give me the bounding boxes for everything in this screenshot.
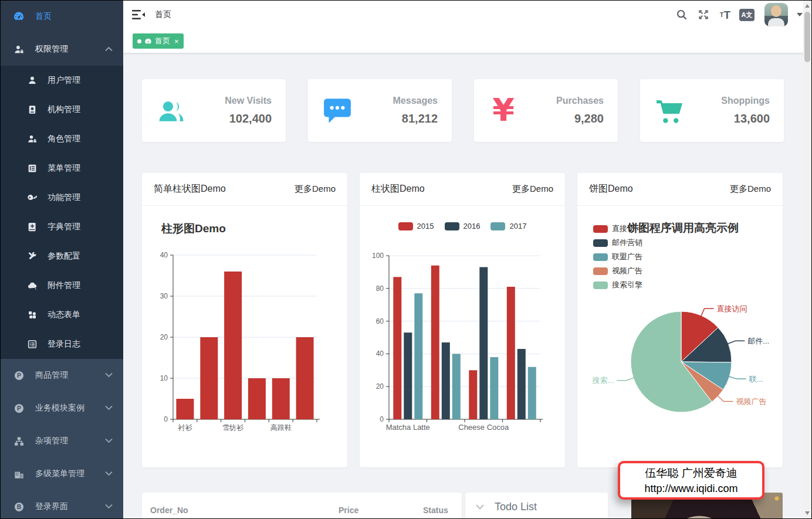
chevron-down-icon[interactable] (476, 504, 484, 510)
b-circle-icon: B (13, 501, 25, 513)
chevron-down-icon (105, 471, 113, 477)
sidebar-item-7[interactable]: 参数配置 (0, 242, 123, 271)
menu-list-icon (26, 162, 38, 174)
scrollbar-thumb[interactable] (804, 12, 810, 62)
svg-text:100: 100 (372, 252, 384, 260)
stat-card-shoppings[interactable]: Shoppings13,600 (640, 79, 784, 142)
orders-table-card: Order_NoPriceStatus (142, 493, 462, 519)
sidebar-item-3[interactable]: 角色管理 (0, 124, 123, 154)
more-demo-link[interactable]: 更多Demo (295, 184, 336, 195)
legend-item-2015[interactable]: 2015 (398, 222, 434, 230)
people-icon (156, 96, 187, 126)
user-menu-caret-icon[interactable] (797, 13, 803, 16)
bar-chart-simple: 010203040衬衫雪纺衫高跟鞋 (142, 246, 347, 449)
bar-chart-grouped: 020406080100Matcha LatteCheese Cocoa (360, 246, 565, 449)
tooltip-url: http://www.iqidi.com (644, 483, 737, 495)
sidebar-item-home[interactable]: 首页 (0, 0, 123, 33)
org-icon (26, 104, 38, 116)
stat-label: Shoppings (721, 96, 770, 106)
legend-label: 2016 (463, 222, 481, 230)
sidebar-item-1[interactable]: 用户管理 (0, 66, 123, 95)
p-circle-icon: P (13, 402, 25, 414)
sidebar-menu: 首页权限管理用户管理机构管理角色管理菜单管理功能管理字典管理参数配置附件管理动态… (0, 0, 123, 519)
svg-text:联...: 联... (749, 375, 763, 384)
svg-text:衬衫: 衬衫 (177, 423, 192, 432)
todo-header: Todo List (465, 493, 608, 513)
sidebar-group-label: 权限管理 (35, 44, 68, 55)
legend-swatch (398, 222, 413, 230)
stat-card-new-visits[interactable]: New Visits102,400 (142, 79, 286, 142)
bar-chart-title: 柱形图Demo (161, 221, 226, 236)
more-demo-link[interactable]: 更多Demo (512, 184, 553, 195)
sidebar-group-label: 业务模块案例 (35, 403, 84, 413)
svg-text:搜索...: 搜索... (591, 376, 614, 385)
language-icon[interactable]: A文 (739, 9, 755, 21)
sidebar-group-1[interactable]: 权限管理 (0, 33, 123, 66)
sidebar-group-4[interactable]: 杂项管理 (0, 425, 123, 457)
sidebar-group-2[interactable]: P商品管理 (0, 359, 123, 392)
svg-text:40: 40 (160, 251, 168, 259)
sidebar-group-label: 杂项管理 (35, 436, 68, 446)
sidebar-group-3[interactable]: P业务模块案例 (0, 392, 123, 425)
p-circle-icon: P (13, 369, 25, 381)
sidebar-item-9[interactable]: 动态表单 (0, 300, 123, 330)
sidebar-toggle-icon[interactable] (131, 9, 146, 21)
sidebar-item-10[interactable]: 登录日志 (0, 330, 123, 359)
sitemap-icon (13, 435, 25, 447)
scrollbar[interactable] (803, 1, 811, 518)
todo-title: Todo List (495, 501, 537, 513)
dict-book-icon (26, 221, 38, 233)
stat-label: New Visits (225, 96, 272, 106)
search-icon[interactable] (674, 7, 689, 22)
sidebar-group-label: 商品管理 (35, 370, 68, 381)
top-navbar: 首页 TT A文 (123, 0, 812, 29)
svg-text:高跟鞋: 高跟鞋 (270, 423, 292, 432)
simple-bar-card: 简单柱状图Demo 更多Demo 柱形图Demo 010203040衬衫雪纺衫高… (142, 173, 347, 467)
svg-text:视频广告: 视频广告 (736, 397, 766, 406)
column-header-status: Status (423, 506, 448, 515)
stats-row: New Visits102,400Messages81,212¥Purchase… (142, 79, 812, 142)
active-dot-icon (137, 39, 141, 43)
svg-text:Cheese Cocoa: Cheese Cocoa (458, 423, 509, 432)
svg-text:P: P (17, 405, 21, 412)
svg-text:20: 20 (376, 382, 384, 391)
scroll-up-arrow-icon[interactable] (805, 4, 810, 8)
tag-home[interactable]: 首页 × (133, 33, 184, 49)
legend-item-2017[interactable]: 2017 (490, 222, 526, 230)
more-demo-link[interactable]: 更多Demo (730, 184, 771, 195)
svg-text:80: 80 (376, 284, 384, 293)
tag-label: 首页 (155, 36, 170, 46)
stat-card-messages[interactable]: Messages81,212 (308, 79, 452, 142)
sidebar-item-2[interactable]: 机构管理 (0, 95, 123, 124)
card-title: 饼图Demo (589, 183, 633, 195)
card-header: 简单柱状图Demo 更多Demo (142, 173, 347, 206)
sidebar-group-5[interactable]: 多级菜单管理 (0, 457, 123, 490)
svg-text:雪纺衫: 雪纺衫 (222, 423, 243, 432)
sidebar-item-5[interactable]: 功能管理 (0, 183, 123, 212)
dashboard-icon (13, 11, 25, 22)
legend-swatch (445, 222, 459, 230)
sidebar-item-label: 用户管理 (48, 75, 80, 86)
user-avatar[interactable] (764, 3, 788, 26)
sidebar-item-8[interactable]: 附件管理 (0, 271, 123, 300)
scroll-down-arrow-icon[interactable] (805, 511, 810, 515)
fullscreen-icon[interactable] (696, 7, 711, 22)
legend-item-2016[interactable]: 2016 (445, 222, 481, 230)
sidebar-item-6[interactable]: 字典管理 (0, 212, 123, 242)
font-size-icon[interactable]: TT (718, 7, 733, 22)
close-icon[interactable]: × (174, 38, 179, 45)
stat-value: 9,280 (556, 112, 604, 125)
sidebar-item-4[interactable]: 菜单管理 (0, 154, 123, 183)
message-icon (322, 96, 353, 126)
pie-chart-title: 饼图程序调用高亮示例 (627, 221, 739, 236)
legend-swatch (593, 239, 608, 247)
sidebar-item-label: 登录日志 (48, 339, 80, 350)
svg-text:Matcha Latte: Matcha Latte (386, 423, 430, 432)
sidebar-group-6[interactable]: B登录界面 (0, 490, 123, 519)
stat-card-purchases[interactable]: ¥Purchases9,280 (474, 79, 618, 142)
sidebar-group-label: 多级菜单管理 (35, 469, 84, 479)
svg-text:10: 10 (160, 374, 168, 382)
sidebar-item-label: 机构管理 (48, 104, 80, 115)
svg-text:P: P (17, 372, 21, 379)
legend-label: 2017 (509, 222, 526, 230)
